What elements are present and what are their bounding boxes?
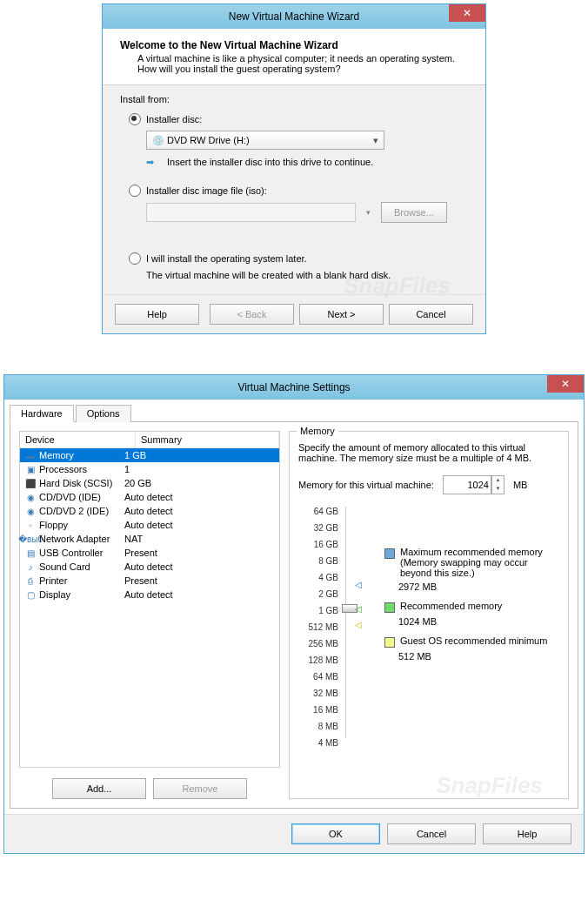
device-summary: Auto detect: [124, 561, 279, 572]
memory-spinner[interactable]: ▲▼: [491, 475, 504, 494]
welcome-heading: Welcome to the New Virtual Machine Wizar…: [120, 39, 468, 51]
tick-label: 512 MB: [298, 622, 338, 639]
tab-options[interactable]: Options: [76, 405, 131, 422]
wizard-titlebar: New Virtual Machine Wizard ✕: [103, 4, 485, 29]
header-device[interactable]: Device: [20, 432, 136, 447]
device-row[interactable]: �выбNetwork AdapterNAT: [20, 532, 279, 546]
tick-label: 4 MB: [298, 738, 338, 755]
radio-installer-disc[interactable]: Installer disc:: [129, 113, 468, 125]
device-row[interactable]: ◉CD/DVD (IDE)Auto detect: [20, 490, 279, 504]
device-summary: Auto detect: [124, 589, 279, 600]
device-icon: ◉: [23, 491, 37, 503]
device-row[interactable]: ⬛Hard Disk (SCSI)20 GB: [20, 476, 279, 490]
arrow-right-icon: ➡: [146, 155, 160, 169]
device-name: Sound Card: [39, 561, 90, 572]
tick-label: 16 GB: [298, 540, 338, 556]
device-row[interactable]: ▢DisplayAuto detect: [20, 588, 279, 601]
tick-label: 128 MB: [298, 655, 338, 672]
device-summary: Present: [124, 575, 279, 586]
device-icon: ▣: [23, 463, 37, 475]
device-name: USB Controller: [39, 548, 103, 558]
memory-label: Memory for this virtual machine:: [298, 480, 434, 490]
help-button[interactable]: Help: [115, 304, 199, 325]
radio-iso[interactable]: Installer disc image file (iso):: [129, 185, 468, 197]
iso-path-input: [146, 203, 356, 222]
device-name: CD/DVD 2 (IDE): [39, 506, 109, 516]
tab-hardware[interactable]: Hardware: [10, 405, 74, 422]
tick-label: 8 GB: [298, 556, 338, 573]
hint-text: Insert the installer disc into this driv…: [167, 157, 373, 167]
welcome-description: A virtual machine is like a physical com…: [137, 53, 468, 74]
min-memory-label: Guest OS recommended minimum: [400, 635, 559, 646]
device-icon: ⬛: [23, 477, 37, 489]
device-summary: NAT: [124, 534, 279, 544]
add-button[interactable]: Add...: [52, 778, 146, 799]
device-row[interactable]: ▣Processors1: [20, 462, 279, 476]
device-name: Memory: [39, 450, 74, 460]
memory-legend: Memory: [297, 426, 338, 436]
device-summary: Auto detect: [124, 506, 279, 516]
min-memory-value: 512 MB: [398, 651, 559, 662]
browse-button: Browse...: [381, 202, 447, 223]
device-summary: 20 GB: [124, 478, 279, 488]
device-icon: �выб: [23, 533, 37, 545]
device-list[interactable]: Device Summary ▬Memory1 GB▣Processors1⬛H…: [19, 431, 280, 768]
slider-ticks: 64 GB32 GB16 GB8 GB4 GB2 GB1 GB512 MB256…: [298, 507, 338, 755]
max-memory-value: 2972 MB: [398, 581, 559, 592]
cancel-button[interactable]: Cancel: [387, 823, 476, 844]
drive-dropdown[interactable]: 💿 DVD RW Drive (H:): [146, 131, 384, 150]
memory-input[interactable]: [443, 475, 491, 494]
max-memory-label: Maximum recommended memory: [400, 547, 559, 557]
device-name: Hard Disk (SCSI): [39, 478, 112, 488]
tick-label: 2 GB: [298, 589, 338, 606]
memory-slider[interactable]: ◁ ◁ ◁: [345, 507, 360, 738]
radio-icon: [129, 113, 141, 125]
tick-label: 256 MB: [298, 639, 338, 655]
tick-label: 32 MB: [298, 689, 338, 705]
install-from-label: Install from:: [120, 94, 468, 104]
device-name: Display: [39, 589, 70, 600]
tick-label: 16 MB: [298, 705, 338, 722]
header-summary[interactable]: Summary: [136, 432, 279, 447]
help-button[interactable]: Help: [483, 823, 571, 844]
drive-value: DVD RW Drive (H:): [167, 135, 250, 145]
ok-button[interactable]: OK: [291, 823, 380, 844]
remove-button: Remove: [153, 778, 247, 799]
device-name: CD/DVD (IDE): [39, 492, 101, 502]
close-button[interactable]: ✕: [449, 4, 485, 22]
cancel-button[interactable]: Cancel: [389, 304, 473, 325]
square-yellow-icon: [384, 637, 395, 648]
device-summary: 1 GB: [124, 450, 279, 460]
next-button[interactable]: Next >: [299, 304, 384, 325]
device-row[interactable]: ◉CD/DVD 2 (IDE)Auto detect: [20, 504, 279, 518]
tick-label: 32 GB: [298, 523, 338, 540]
device-name: Processors: [39, 464, 87, 474]
marker-max-icon: ◁: [355, 580, 362, 589]
square-green-icon: [384, 602, 395, 613]
device-icon: ♪: [23, 561, 37, 573]
device-row[interactable]: ⎙PrinterPresent: [20, 574, 279, 588]
settings-titlebar: Virtual Machine Settings ✕: [4, 375, 584, 400]
rec-memory-value: 1024 MB: [398, 616, 559, 627]
device-icon: ▢: [23, 588, 37, 601]
device-row[interactable]: ▫FloppyAuto detect: [20, 518, 279, 532]
device-row[interactable]: ▤USB ControllerPresent: [20, 546, 279, 560]
device-row[interactable]: ▬Memory1 GB: [20, 448, 279, 462]
radio-later[interactable]: I will install the operating system late…: [129, 252, 468, 265]
memory-description: Specify the amount of memory allocated t…: [298, 442, 559, 463]
square-blue-icon: [384, 548, 395, 559]
device-summary: Auto detect: [124, 520, 279, 530]
tick-label: 4 GB: [298, 573, 338, 589]
marker-min-icon: ◁: [355, 620, 362, 629]
back-button: < Back: [210, 304, 294, 325]
device-row[interactable]: ♪Sound CardAuto detect: [20, 560, 279, 574]
max-memory-note: (Memory swapping may occur beyond this s…: [400, 557, 559, 578]
settings-title: Virtual Machine Settings: [237, 381, 350, 393]
rec-memory-label: Recommended memory: [400, 601, 559, 611]
device-icon: ▬: [23, 449, 37, 461]
device-summary: Auto detect: [124, 492, 279, 502]
device-name: Floppy: [39, 520, 68, 530]
radio-icon: [129, 185, 141, 197]
radio-later-label: I will install the operating system late…: [146, 253, 307, 264]
close-button[interactable]: ✕: [547, 375, 584, 393]
